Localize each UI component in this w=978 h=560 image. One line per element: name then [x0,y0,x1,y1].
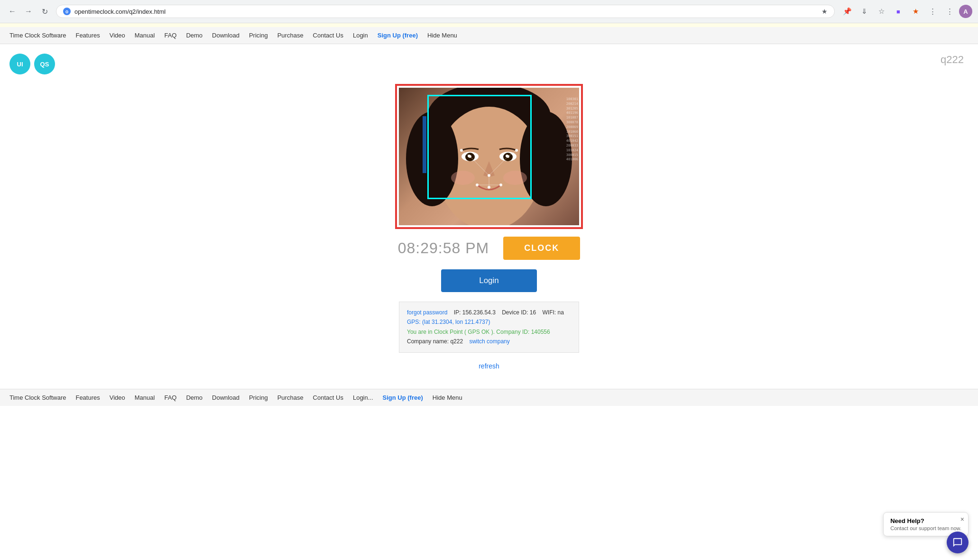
nav-item-login[interactable]: Login [348,28,373,43]
nav-item-demo[interactable]: Demo [181,28,207,43]
extension-icon[interactable]: ■ [891,4,906,19]
url-text: opentimeclock.com/q2/index.html [74,8,818,15]
forward-button[interactable]: → [22,5,35,18]
qs-button[interactable]: QS [34,54,55,74]
login-button[interactable]: Login [441,269,537,292]
bottom-nav-contact[interactable]: Contact Us [308,390,348,405]
clock-button[interactable]: CLOCK [503,237,580,260]
face-detection-box [427,95,532,199]
bottom-nav-download[interactable]: Download [207,390,244,405]
browser-action-buttons: 📌 ⇓ ☆ ■ ★ ⋮ ⋮ A [840,4,972,19]
bottom-nav-manual[interactable]: Manual [130,390,160,405]
extension3-icon[interactable]: ⋮ [925,4,940,19]
top-action-buttons: UI QS [9,54,969,74]
browser-chrome: ← → ↻ o opentimeclock.com/q2/index.html … [0,0,978,23]
refresh-link[interactable]: refresh [479,362,499,370]
bottom-nav-video[interactable]: Video [105,390,130,405]
top-navbar: Time Clock Software Features Video Manua… [0,27,978,44]
extension2-icon[interactable]: ★ [908,4,923,19]
bottom-nav-signup[interactable]: Sign Up (free) [378,390,428,405]
left-indicator-bar [423,116,426,173]
nav-item-download[interactable]: Download [207,28,244,43]
reload-button[interactable]: ↻ [38,5,51,18]
main-content-area: 100301 200214 301205 401196 101087 30007… [9,84,969,370]
nav-item-signup[interactable]: Sign Up (free) [373,28,423,43]
nav-item-contact[interactable]: Contact Us [308,28,348,43]
ip-label: IP: 156.236.54.3 [454,309,496,316]
maps-icon[interactable]: 📌 [840,4,855,19]
company-id-label: q222 [941,54,964,66]
more-icon[interactable]: ⋮ [942,4,957,19]
camera-view: 100301 200214 301205 401196 101087 30007… [399,88,579,225]
back-button[interactable]: ← [6,5,19,18]
bookmark-icon[interactable]: ★ [821,8,828,15]
bottom-nav-purchase[interactable]: Purchase [273,390,308,405]
address-bar[interactable]: o opentimeclock.com/q2/index.html ★ [56,5,835,18]
bottom-nav-pricing[interactable]: Pricing [244,390,273,405]
company-name-label: Company name: q222 [407,338,463,345]
bottom-nav-timeclock[interactable]: Time Clock Software [5,390,71,405]
nav-item-hidemenu[interactable]: Hide Menu [423,28,462,43]
nav-item-manual[interactable]: Manual [130,28,160,43]
bottom-nav-features[interactable]: Features [71,390,104,405]
nav-item-video[interactable]: Video [105,28,130,43]
face-background: 100301 200214 301205 401196 101087 30007… [399,88,579,225]
bottom-nav-faq[interactable]: FAQ [159,390,181,405]
forgot-password-link[interactable]: forgot password [407,309,447,316]
bottom-nav-demo[interactable]: Demo [181,390,207,405]
camera-container: 100301 200214 301205 401196 101087 30007… [395,84,583,229]
download-icon[interactable]: ⇓ [857,4,872,19]
wifi-label: WIFI: na [543,309,564,316]
browser-nav-buttons: ← → ↻ [6,5,51,18]
info-box: forgot password IP: 156.236.54.3 Device … [399,302,579,353]
star-icon[interactable]: ☆ [874,4,889,19]
site-icon: o [63,8,71,15]
switch-company-link[interactable]: switch company [469,338,509,345]
nav-item-features[interactable]: Features [71,28,104,43]
yellow-bar [0,23,978,27]
page-content: q222 UI QS [0,44,978,379]
nav-item-faq[interactable]: FAQ [159,28,181,43]
nav-item-timeclock[interactable]: Time Clock Software [5,28,71,43]
time-display: 08:29:58 PM [398,239,489,257]
data-overlay-text: 100301 200214 301205 401196 101087 30007… [566,97,578,162]
location-status: You are in Clock Point ( GPS OK ). Compa… [407,329,550,335]
bottom-navbar: Time Clock Software Features Video Manua… [0,389,978,406]
nav-item-pricing[interactable]: Pricing [244,28,273,43]
profile-avatar[interactable]: A [959,5,972,18]
bottom-nav-hidemenu[interactable]: Hide Menu [428,390,467,405]
device-id-label: Device ID: 16 [502,309,536,316]
time-clock-row: 08:29:58 PM CLOCK [398,237,580,260]
gps-label[interactable]: GPS: (lat 31.2304, lon 121.4737) [407,319,490,325]
bottom-nav-login[interactable]: Login... [348,390,378,405]
nav-item-purchase[interactable]: Purchase [273,28,308,43]
ui-button[interactable]: UI [9,54,30,74]
